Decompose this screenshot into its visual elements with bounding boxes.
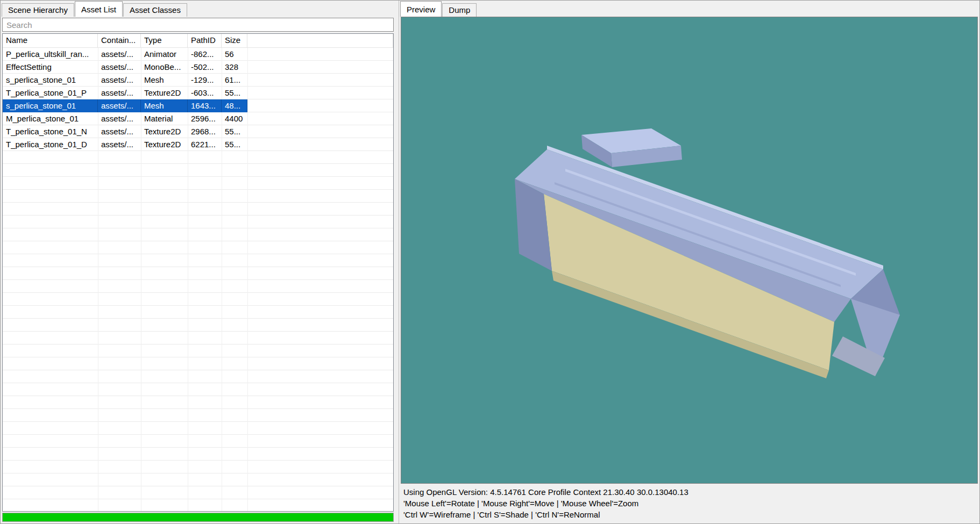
asset-cell: Texture2D xyxy=(141,125,188,138)
asset-cell: assets/... xyxy=(98,87,141,99)
asset-cell: Mesh xyxy=(141,74,188,87)
asset-cell: 6221... xyxy=(188,138,222,151)
table-header: NameContain...TypePathIDSize xyxy=(3,34,393,48)
asset-cell: Material xyxy=(141,112,188,125)
asset-table: NameContain...TypePathIDSize P_perlica_u… xyxy=(2,33,394,512)
status-bar: Using OpenGL Version: 4.5.14761 Core Pro… xyxy=(399,484,979,523)
asset-cell: -129... xyxy=(188,74,222,87)
asset-cell: -502... xyxy=(188,61,222,74)
search-wrap xyxy=(1,17,395,33)
asset-cell: -603... xyxy=(188,87,222,99)
tab-asset-classes[interactable]: Asset Classes xyxy=(123,3,187,17)
asset-cell: EffectSetting xyxy=(3,61,98,74)
asset-cell: 56 xyxy=(222,48,247,61)
asset-cell: -862... xyxy=(188,48,222,61)
column-header-pathid[interactable]: PathID xyxy=(188,34,222,47)
asset-cell: 2968... xyxy=(188,125,222,138)
status-line: 'Ctrl W'=Wireframe | 'Ctrl S'=Shade | 'C… xyxy=(403,509,975,520)
search-input[interactable] xyxy=(2,18,394,32)
asset-row[interactable]: P_perlica_ultskill_ran...assets/...Anima… xyxy=(3,48,393,61)
asset-cell: T_perlica_stone_01_P xyxy=(3,87,98,99)
asset-cell: Animator xyxy=(141,48,188,61)
table-body[interactable]: P_perlica_ultskill_ran...assets/...Anima… xyxy=(3,48,393,511)
assetstudio-window: Scene HierarchyAsset ListAsset Classes N… xyxy=(0,0,980,524)
preview-panel: PreviewDump xyxy=(399,1,979,523)
asset-cell: assets/... xyxy=(98,99,141,112)
asset-cell: 48... xyxy=(222,99,247,112)
status-line: 'Mouse Left'=Rotate | 'Mouse Right'=Move… xyxy=(403,498,975,509)
asset-cell: assets/... xyxy=(98,61,141,74)
asset-cell: P_perlica_ultskill_ran... xyxy=(3,48,98,61)
asset-cell: assets/... xyxy=(98,112,141,125)
asset-cell: MonoBe... xyxy=(141,61,188,74)
mesh-preview xyxy=(512,126,910,394)
preview-canvas[interactable] xyxy=(401,17,978,484)
right-tabstrip: PreviewDump xyxy=(399,1,979,17)
asset-cell: 55... xyxy=(222,125,247,138)
asset-cell: s_perlica_stone_01 xyxy=(3,99,98,112)
asset-cell: assets/... xyxy=(98,48,141,61)
asset-row[interactable]: T_perlica_stone_01_Nassets/...Texture2D2… xyxy=(3,125,393,138)
column-header-type[interactable]: Type xyxy=(141,34,188,47)
asset-cell: 61... xyxy=(222,74,247,87)
column-header-size[interactable]: Size xyxy=(222,34,247,47)
tab-dump[interactable]: Dump xyxy=(442,3,477,17)
asset-cell: 4400 xyxy=(222,112,247,125)
asset-cell: T_perlica_stone_01_N xyxy=(3,125,98,138)
column-header-name[interactable]: Name xyxy=(3,34,98,47)
asset-row[interactable]: s_perlica_stone_01assets/...Mesh-129...6… xyxy=(3,74,393,87)
asset-cell: assets/... xyxy=(98,74,141,87)
asset-cell: Texture2D xyxy=(141,138,188,151)
asset-cell: Mesh xyxy=(141,99,188,112)
asset-cell: assets/... xyxy=(98,125,141,138)
asset-cell: 55... xyxy=(222,87,247,99)
tab-preview[interactable]: Preview xyxy=(400,1,442,17)
asset-cell: s_perlica_stone_01 xyxy=(3,74,98,87)
tab-scene-hierarchy[interactable]: Scene Hierarchy xyxy=(2,3,74,17)
asset-list-panel: Scene HierarchyAsset ListAsset Classes N… xyxy=(1,1,395,523)
asset-cell: 55... xyxy=(222,138,247,151)
column-header-contain[interactable]: Contain... xyxy=(98,34,141,47)
asset-cell: Texture2D xyxy=(141,87,188,99)
asset-row[interactable]: T_perlica_stone_01_Passets/...Texture2D-… xyxy=(3,87,393,99)
progress-bar xyxy=(2,513,394,522)
asset-cell: 328 xyxy=(222,61,247,74)
asset-row[interactable]: s_perlica_stone_01assets/...Mesh1643...4… xyxy=(3,99,393,112)
asset-cell: 2596... xyxy=(188,112,222,125)
tab-asset-list[interactable]: Asset List xyxy=(75,1,123,17)
asset-cell: assets/... xyxy=(98,138,141,151)
asset-row[interactable]: M_perlica_stone_01assets/...Material2596… xyxy=(3,112,393,125)
asset-row[interactable]: T_perlica_stone_01_Dassets/...Texture2D6… xyxy=(3,138,393,151)
column-header-filler xyxy=(247,34,393,47)
asset-cell: M_perlica_stone_01 xyxy=(3,112,98,125)
asset-cell: T_perlica_stone_01_D xyxy=(3,138,98,151)
asset-cell: 1643... xyxy=(188,99,222,112)
left-tabstrip: Scene HierarchyAsset ListAsset Classes xyxy=(1,1,395,17)
progress-bar-fill xyxy=(3,513,393,521)
asset-row[interactable]: EffectSettingassets/...MonoBe...-502...3… xyxy=(3,61,393,74)
status-line: Using OpenGL Version: 4.5.14761 Core Pro… xyxy=(403,486,975,498)
